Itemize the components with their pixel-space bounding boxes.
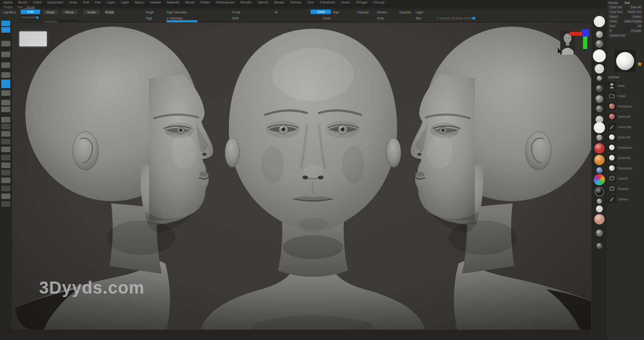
left-shelf-icon-13[interactable] [1,139,10,144]
right-shelf-swatch-8[interactable] [596,105,603,112]
right-shelf-swatch-5[interactable] [597,76,602,81]
left-shelf-icon-16[interactable] [1,162,10,168]
tool-button-preview[interactable]: Preview [630,29,642,33]
right-shelf-swatch-13[interactable] [594,155,605,165]
tool-button-copy-tool[interactable]: Copy Tool [608,10,623,14]
subtool-item-8[interactable]: PolySphere [608,163,644,173]
left-shelf-icon-21[interactable] [1,201,10,207]
tool-button-export[interactable]: Export [632,15,642,18]
subtool-item-6[interactable]: PolySphere [608,143,644,152]
right-shelf-swatch-3[interactable] [593,49,606,62]
left-shelf-icon-11[interactable] [1,124,10,129]
right-shelf-swatch-7[interactable] [595,95,603,103]
viewport-canvas[interactable]: 3Dyyds.com [12,22,592,330]
menu-movie[interactable]: Movie [185,0,194,4]
menu-zplugin[interactable]: ZPlugin [356,0,368,4]
left-shelf-icon-14[interactable] [1,147,10,152]
simple-brush-icon[interactable]: ★ [637,60,642,68]
right-shelf-swatch-18[interactable] [596,205,603,212]
menu-alpha[interactable]: Alpha [3,0,12,4]
tool-button-paste-tool[interactable]: Paste Tool [627,10,642,14]
right-shelf-swatch-16[interactable] [595,187,604,196]
shelf-button-zadd[interactable]: Zadd [310,9,331,14]
menu-stencil[interactable]: Stencil [258,0,268,4]
right-shelf-swatch-19[interactable] [594,214,605,224]
menu-zoom[interactable]: Zoom [341,0,349,4]
right-shelf-swatch-20[interactable] [596,230,603,236]
menu-transform[interactable]: Transform [319,0,335,4]
right-shelf-swatch-17[interactable] [597,199,602,204]
right-shelf-swatch-2[interactable] [595,40,603,48]
left-shelf-icon-3[interactable] [1,52,10,57]
subtool-item-3[interactable]: Sphere3D [608,112,644,121]
quick-tab-tool[interactable]: Tool [17,6,23,9]
menu-render[interactable]: Render [240,0,252,4]
menu-draw[interactable]: Draw [69,0,77,4]
menu-edit[interactable]: Edit [83,0,89,4]
left-shelf-icon-10[interactable] [1,117,10,123]
menu-color[interactable]: Color [33,0,41,4]
tool-button-import[interactable]: Import [608,15,619,18]
subtool-item-5[interactable]: Sphere3D [608,132,644,142]
head-right-three-quarter[interactable] [411,27,592,330]
menu-file[interactable]: File [95,0,100,4]
shelf-active-dot[interactable] [472,17,475,20]
left-shelf-icon-4[interactable] [1,62,10,68]
right-shelf-swatch-21[interactable] [596,243,602,249]
tool-button-clone[interactable]: Clone [608,19,618,23]
subtool-item-2[interactable]: PolySphere [608,101,644,111]
shelf-button-draw[interactable]: Draw [43,10,58,15]
subtool-item-4[interactable]: CurveTube [608,122,644,132]
left-shelf-icon-5[interactable] [1,72,10,78]
left-shelf-icon-17[interactable] [1,170,10,175]
right-shelf-swatch-10[interactable] [594,122,605,133]
menu-light[interactable]: Light [121,0,128,4]
right-shelf-swatch-4[interactable] [595,64,604,74]
left-shelf-icon-15[interactable] [1,155,10,160]
right-shelf-swatch-14[interactable] [596,167,602,173]
tool-button-goz[interactable]: GoZ [608,24,617,28]
menu-texture[interactable]: Texture [290,0,301,4]
left-shelf-icon-2[interactable] [1,41,10,46]
menu-marker[interactable]: Marker [150,0,161,4]
right-shelf-swatch-15[interactable] [594,174,605,185]
tool-button-all[interactable]: All [637,24,642,28]
left-shelf-icon-19[interactable] [1,186,10,191]
subtool-item-9[interactable]: Cube3D [608,174,644,183]
tool-button-save-as[interactable]: Save As [629,5,642,9]
right-shelf-swatch-6[interactable] [596,85,603,92]
left-shelf-icon-6[interactable] [1,80,10,88]
left-shelf-icon-8[interactable] [1,100,10,105]
left-shelf-icon-0[interactable] [1,21,10,26]
tool-button-make-polymesh3d[interactable]: Make PolyMesh3D [623,19,642,23]
right-shelf-swatch-12[interactable] [594,143,605,153]
menu-picker[interactable]: Picker [200,0,210,4]
left-shelf-icon-9[interactable] [1,107,10,112]
right-shelf-swatch-0[interactable] [594,16,605,27]
menu-zscript[interactable]: ZScript [374,0,384,4]
menu-stroke[interactable]: Stroke [274,0,284,4]
subtool-item-10[interactable]: Plane3D [608,184,644,193]
left-shelf-icon-7[interactable] [1,90,10,96]
quick-tab-project[interactable]: Project [3,6,13,9]
reference-note-card[interactable] [19,31,47,46]
tool-button-r[interactable]: R [608,29,613,33]
panel-tab-tool[interactable]: Tool [623,1,632,5]
panel-tab-render[interactable]: Render [607,1,620,5]
left-shelf-icon-1[interactable] [1,27,10,33]
tool-button-load-tool[interactable]: Load Tool [608,5,623,9]
menu-layer[interactable]: Layer [106,0,115,4]
left-shelf-icon-20[interactable] [1,193,10,199]
shelf-button-scale[interactable]: Scale [83,10,100,15]
menu-tool[interactable]: Tool [307,0,314,4]
subtool-item-7[interactable]: Sphere3D [608,153,644,162]
tool-button-current-tool[interactable]: Current Tool [608,34,626,37]
left-shelf-icon-12[interactable] [1,131,10,137]
right-shelf-swatch-1[interactable] [596,31,603,38]
menu-preferences[interactable]: Preferences [216,0,234,4]
shelf-button-move[interactable]: Move [62,10,77,15]
subtool-item-1[interactable]: Folder [608,91,644,101]
subtool-item-0[interactable]: Head [608,81,644,90]
menu-macro[interactable]: Macro [135,0,144,4]
left-shelf-icon-18[interactable] [1,178,10,183]
